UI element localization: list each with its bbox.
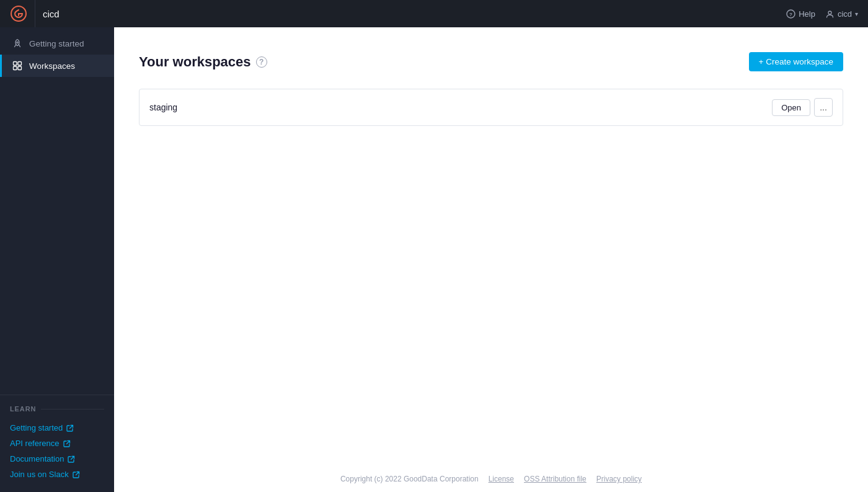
page-title-row: Your workspaces ? (139, 54, 267, 70)
workspace-list: staging Open ... (139, 89, 843, 126)
sidebar-item-workspaces[interactable]: Workspaces (0, 55, 114, 77)
sidebar: Getting started Workspaces LEARN (0, 27, 114, 492)
topbar-divider (35, 0, 35, 27)
page-header: Your workspaces ? + Create workspace (139, 52, 843, 71)
oss-attribution-link[interactable]: OSS Attribution file (524, 475, 587, 483)
copyright-text: Copyright (c) 2022 GoodData Corporation (340, 475, 479, 483)
external-link-icon-3 (68, 455, 75, 463)
svg-text:?: ? (789, 12, 792, 17)
sidebar-item-getting-started[interactable]: Getting started (0, 32, 114, 55)
svg-rect-7 (14, 66, 17, 70)
external-link-icon-4 (73, 471, 80, 478)
open-workspace-button[interactable]: Open (772, 99, 810, 116)
user-menu[interactable]: cicd ▾ (825, 9, 858, 19)
topbar-right: ? Help cicd ▾ (786, 9, 858, 19)
rocket-icon (12, 38, 23, 49)
sidebar-documentation-link[interactable]: Documentation (10, 451, 104, 467)
external-link-icon-2 (63, 440, 71, 447)
workspace-actions: Open ... (772, 98, 833, 117)
chevron-down-icon: ▾ (855, 11, 858, 17)
help-circle-icon: ? (786, 9, 795, 19)
topbar: cicd ? Help cicd ▾ (0, 0, 868, 27)
sidebar-join-slack-link[interactable]: Join us on Slack (10, 467, 104, 482)
svg-point-4 (17, 42, 18, 43)
more-options-button[interactable]: ... (814, 98, 833, 117)
content-area: Your workspaces ? + Create workspace sta… (114, 27, 868, 492)
svg-rect-6 (18, 62, 22, 66)
page-help-icon[interactable]: ? (256, 56, 267, 68)
workspace-item: staging Open ... (139, 89, 843, 126)
sidebar-getting-started-link[interactable]: Getting started (10, 420, 104, 436)
svg-point-3 (828, 11, 831, 14)
app-title: cicd (43, 9, 60, 19)
content-main: Your workspaces ? + Create workspace sta… (114, 27, 868, 492)
create-workspace-button[interactable]: + Create workspace (749, 52, 843, 71)
user-icon (825, 9, 835, 19)
help-label: Help (799, 9, 815, 19)
app-logo[interactable] (10, 5, 27, 22)
help-button[interactable]: ? Help (786, 9, 815, 19)
privacy-policy-link[interactable]: Privacy policy (596, 475, 642, 483)
sidebar-bottom: LEARN Getting started API reference (0, 395, 114, 492)
topbar-left: cicd (10, 0, 60, 27)
sidebar-api-reference-link[interactable]: API reference (10, 436, 104, 451)
content-footer: Copyright (c) 2022 GoodData Corporation … (114, 466, 868, 492)
workspace-name: staging (149, 102, 177, 112)
sidebar-item-workspaces-label: Workspaces (29, 61, 75, 71)
license-link[interactable]: License (489, 475, 514, 483)
sidebar-item-getting-started-label: Getting started (29, 39, 84, 48)
svg-rect-5 (14, 62, 17, 66)
grid-icon (12, 60, 23, 71)
user-label: cicd (838, 9, 852, 19)
external-link-icon (66, 424, 74, 432)
learn-section-header: LEARN (10, 405, 104, 413)
page-title: Your workspaces (139, 54, 251, 70)
sidebar-nav: Getting started Workspaces (0, 27, 114, 395)
svg-rect-8 (18, 66, 22, 70)
main-layout: Getting started Workspaces LEARN (0, 27, 868, 492)
